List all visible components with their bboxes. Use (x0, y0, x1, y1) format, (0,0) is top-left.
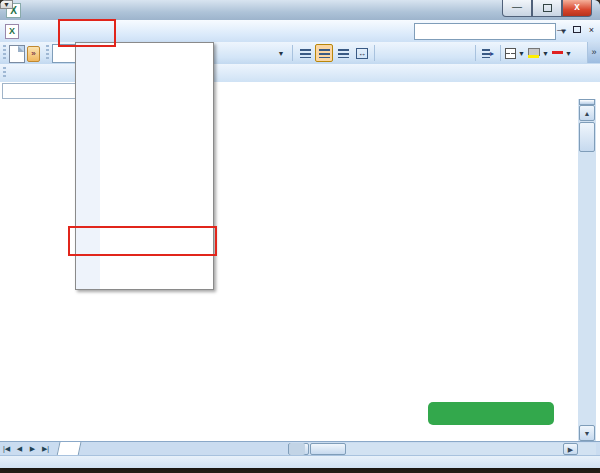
horizontal-scrollbar[interactable]: ◀ ▶ (288, 443, 596, 455)
fill-color-button[interactable]: ▼ (527, 44, 550, 62)
toolbar-grip[interactable] (3, 67, 6, 79)
scroll-up-icon[interactable]: ▲ (579, 105, 595, 121)
align-center-button[interactable] (315, 44, 333, 62)
percent-button[interactable] (397, 44, 415, 62)
chevron-down-icon: ▼ (278, 50, 285, 57)
watermark-jsgho (368, 400, 554, 425)
first-sheet-icon[interactable]: |◀ (0, 442, 13, 455)
font-color-button[interactable]: ▼ (551, 44, 573, 62)
annotation-box-edit-menu (58, 19, 116, 47)
decrease-decimal-button[interactable] (454, 44, 472, 62)
name-box[interactable] (2, 83, 76, 99)
watermark-url (428, 402, 554, 425)
minimize-button[interactable]: — (502, 0, 532, 17)
cell-dropdown-icon[interactable]: ▼ (0, 0, 13, 9)
align-right-button[interactable] (334, 44, 352, 62)
title-bar[interactable]: X — x (0, 0, 600, 21)
toolbar-grip[interactable] (3, 45, 6, 61)
annotation-box-replace-item (68, 226, 217, 256)
chevron-down-icon: ▼ (518, 50, 525, 57)
toolbar-overflow-icon[interactable]: » (587, 42, 600, 63)
vertical-scrollbar[interactable]: ▲ ▼ (578, 99, 596, 441)
borders-button[interactable]: ▼ (504, 44, 526, 62)
align-left-button[interactable] (296, 44, 314, 62)
sheet-tab-bar: |◀ ◀ ▶ ▶| ◀ ▶ (0, 441, 600, 456)
bold-button[interactable] (214, 44, 232, 62)
scroll-down-icon[interactable]: ▼ (579, 425, 595, 441)
maximize-button[interactable] (532, 0, 562, 17)
sheet-tab-active[interactable] (57, 442, 82, 456)
new-document-icon[interactable] (9, 45, 25, 63)
workbook-icon: X (5, 24, 19, 39)
indent-button[interactable]: ▸ (479, 44, 497, 62)
close-button[interactable]: x (562, 0, 592, 17)
hscroll-thumb[interactable] (310, 443, 346, 455)
increase-decimal-button[interactable] (435, 44, 453, 62)
workbook-restore-button[interactable] (570, 25, 583, 37)
italic-button[interactable] (233, 44, 251, 62)
prev-sheet-icon[interactable]: ◀ (13, 442, 26, 455)
toolbar-grip[interactable] (46, 45, 49, 61)
workbook-minimize-button[interactable]: — (555, 25, 568, 37)
workbook-close-button[interactable]: × (585, 25, 598, 37)
toolbar-options-icon[interactable]: » (27, 46, 40, 62)
resize-grip[interactable] (289, 443, 305, 455)
chevron-down-icon: ▼ (565, 50, 572, 57)
chevron-down-icon: ▼ (542, 50, 549, 57)
vscroll-thumb[interactable] (579, 122, 595, 152)
last-sheet-icon[interactable]: ▶| (39, 442, 52, 455)
next-sheet-icon[interactable]: ▶ (26, 442, 39, 455)
underline-button[interactable] (252, 44, 270, 62)
currency-button[interactable] (378, 44, 396, 62)
excel-window: X — x X ▼ — × » ▼ (0, 0, 600, 468)
scroll-right-icon[interactable]: ▶ (563, 443, 578, 455)
help-search-input[interactable] (414, 23, 556, 40)
status-bar (0, 455, 600, 468)
window-controls: — x (502, 0, 592, 17)
merge-center-button[interactable]: ↔ (353, 44, 371, 62)
comma-button[interactable] (416, 44, 434, 62)
data-dropdown-button[interactable]: ▼ (271, 44, 289, 62)
workbook-window-controls: — × (555, 25, 598, 37)
